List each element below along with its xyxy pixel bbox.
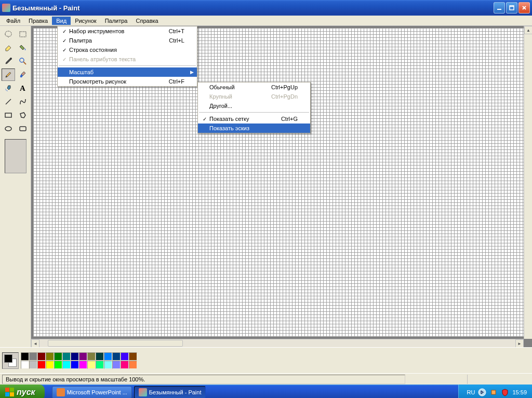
scroll-right-arrow-icon[interactable]: ► xyxy=(515,339,524,347)
color-swatch[interactable] xyxy=(62,352,71,361)
tray-shield-icon[interactable] xyxy=(501,388,509,396)
tool-picker[interactable] xyxy=(2,55,15,67)
tool-rect-select[interactable] xyxy=(16,28,30,40)
status-bar: Вывод и скрытие окна просмотра в масштаб… xyxy=(0,373,532,385)
color-palette xyxy=(0,347,532,373)
zoom-custom-item[interactable]: Другой... xyxy=(198,101,310,111)
color-swatch[interactable] xyxy=(129,352,137,361)
color-swatch[interactable] xyxy=(62,361,71,369)
color-swatch[interactable] xyxy=(112,361,121,369)
scroll-thumb[interactable] xyxy=(48,340,183,347)
svg-point-8 xyxy=(5,89,6,89)
scroll-up-arrow-icon[interactable]: ▲ xyxy=(524,26,532,34)
tool-line[interactable] xyxy=(2,95,15,108)
zoom-show-grid-item[interactable]: ✓ Показать сетку Ctrl+G xyxy=(198,114,310,123)
tool-ellipse[interactable] xyxy=(2,122,15,135)
start-button[interactable]: пуск xyxy=(0,385,45,398)
taskbar-item-powerpoint[interactable]: Microsoft PowerPoint ... xyxy=(52,386,132,398)
color-swatch[interactable] xyxy=(104,361,112,369)
maximize-button[interactable] xyxy=(506,2,517,13)
check-icon: ✓ xyxy=(60,29,69,34)
tool-freeform-select[interactable] xyxy=(2,28,15,40)
svg-point-13 xyxy=(478,389,486,396)
color-selector[interactable] xyxy=(2,352,19,369)
svg-rect-3 xyxy=(20,32,26,37)
menu-edit[interactable]: Правка xyxy=(24,17,52,25)
color-swatch[interactable] xyxy=(121,352,129,361)
menu-file[interactable]: Файл xyxy=(2,17,24,25)
tool-fill[interactable] xyxy=(16,42,30,54)
color-swatch[interactable] xyxy=(21,361,29,369)
color-swatch[interactable] xyxy=(21,352,29,361)
color-swatch[interactable] xyxy=(112,352,121,361)
color-swatch[interactable] xyxy=(37,361,46,369)
scrollbar-vertical[interactable]: ▲ xyxy=(524,26,532,339)
tool-brush[interactable] xyxy=(16,68,30,81)
status-coords xyxy=(405,375,468,384)
foreground-color-swatch[interactable] xyxy=(4,354,12,363)
taskbar-item-paint[interactable]: Безымянный - Paint xyxy=(134,386,206,398)
color-swatch[interactable] xyxy=(104,352,112,361)
tool-airbrush[interactable] xyxy=(2,82,15,94)
tool-rectangle[interactable] xyxy=(2,109,15,121)
minimize-button[interactable] xyxy=(494,2,505,13)
color-swatch[interactable] xyxy=(71,352,79,361)
color-swatch[interactable] xyxy=(29,361,37,369)
scrollbar-horizontal[interactable]: ◄ ► xyxy=(31,339,524,347)
tool-eraser[interactable] xyxy=(2,42,15,54)
view-statusbar-item[interactable]: ✓ Строка состояния xyxy=(58,45,197,54)
windows-logo-icon xyxy=(5,388,15,397)
menu-view[interactable]: Вид xyxy=(52,17,71,25)
zoom-submenu: Обычный Ctrl+PgUp Крупный Ctrl+PgDn Друг… xyxy=(197,82,311,133)
status-text: Вывод и скрытие окна просмотра в масштаб… xyxy=(2,375,405,384)
tool-pencil[interactable] xyxy=(2,68,15,81)
color-swatch[interactable] xyxy=(37,352,46,361)
view-bitmap-item[interactable]: Просмотреть рисунок Ctrl+F xyxy=(58,77,197,86)
zoom-large-item: Крупный Ctrl+PgDn xyxy=(198,92,310,101)
color-swatch[interactable] xyxy=(129,361,137,369)
color-swatch[interactable] xyxy=(29,352,37,361)
tool-polygon[interactable] xyxy=(16,109,30,121)
color-swatch[interactable] xyxy=(46,352,54,361)
svg-rect-12 xyxy=(20,127,26,131)
tray-arrow-icon[interactable] xyxy=(478,388,486,396)
menu-colors[interactable]: Палитра xyxy=(101,17,132,25)
scroll-left-arrow-icon[interactable]: ◄ xyxy=(31,339,39,347)
zoom-show-thumbnail-item[interactable]: Показать эскиз xyxy=(198,123,310,133)
color-swatch[interactable] xyxy=(96,352,104,361)
zoom-normal-item[interactable]: Обычный Ctrl+PgUp xyxy=(198,83,310,92)
color-swatch[interactable] xyxy=(54,352,62,361)
menu-image[interactable]: Рисунок xyxy=(71,17,101,25)
color-swatch[interactable] xyxy=(79,361,87,369)
language-indicator[interactable]: RU xyxy=(467,389,475,395)
svg-rect-0 xyxy=(497,9,501,10)
color-swatch[interactable] xyxy=(87,352,96,361)
color-swatch[interactable] xyxy=(87,361,96,369)
color-swatch[interactable] xyxy=(96,361,104,369)
tool-rounded-rect[interactable] xyxy=(16,122,30,135)
svg-rect-10 xyxy=(5,113,11,117)
view-toolbox-item[interactable]: ✓ Набор инструментов Ctrl+T xyxy=(58,26,197,36)
color-grid xyxy=(21,352,137,369)
color-swatch[interactable] xyxy=(54,361,62,369)
check-icon: ✓ xyxy=(200,116,209,122)
window-title: Безымянный - Paint xyxy=(12,4,494,12)
tool-magnifier[interactable] xyxy=(16,55,30,67)
tray-volume-icon[interactable] xyxy=(489,388,498,396)
svg-rect-2 xyxy=(510,6,514,7)
close-button[interactable] xyxy=(518,2,530,13)
check-icon: ✓ xyxy=(60,38,69,44)
system-tray: RU 15:59 xyxy=(458,385,532,398)
color-swatch[interactable] xyxy=(71,361,79,369)
color-swatch[interactable] xyxy=(46,361,54,369)
title-bar: Безымянный - Paint xyxy=(0,0,532,16)
color-swatch[interactable] xyxy=(79,352,87,361)
tool-curve[interactable] xyxy=(16,95,30,108)
tool-text[interactable]: A xyxy=(16,82,30,94)
separator xyxy=(59,65,196,66)
menu-help[interactable]: Справка xyxy=(132,17,163,25)
view-palette-item[interactable]: ✓ Палитра Ctrl+L xyxy=(58,36,197,45)
view-zoom-item[interactable]: Масштаб ▶ xyxy=(58,67,197,77)
color-swatch[interactable] xyxy=(121,361,129,369)
clock[interactable]: 15:59 xyxy=(512,389,527,395)
